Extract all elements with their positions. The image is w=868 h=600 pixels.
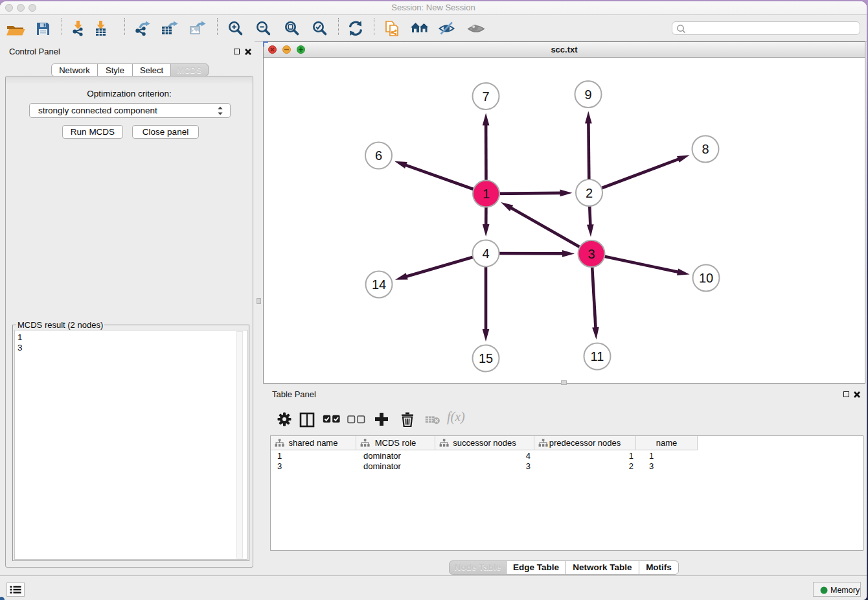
svg-text:14: 14 (372, 277, 386, 292)
svg-text:9: 9 (584, 87, 591, 102)
svg-text:7: 7 (482, 89, 489, 104)
svg-text:10: 10 (699, 271, 713, 285)
svg-text:11: 11 (591, 349, 604, 363)
svg-text:8: 8 (702, 142, 709, 156)
svg-text:6: 6 (375, 148, 382, 163)
svg-text:4: 4 (482, 246, 489, 260)
svg-text:1: 1 (483, 187, 490, 201)
svg-text:15: 15 (479, 351, 493, 365)
svg-text:2: 2 (586, 186, 593, 200)
svg-text:3: 3 (588, 247, 595, 261)
